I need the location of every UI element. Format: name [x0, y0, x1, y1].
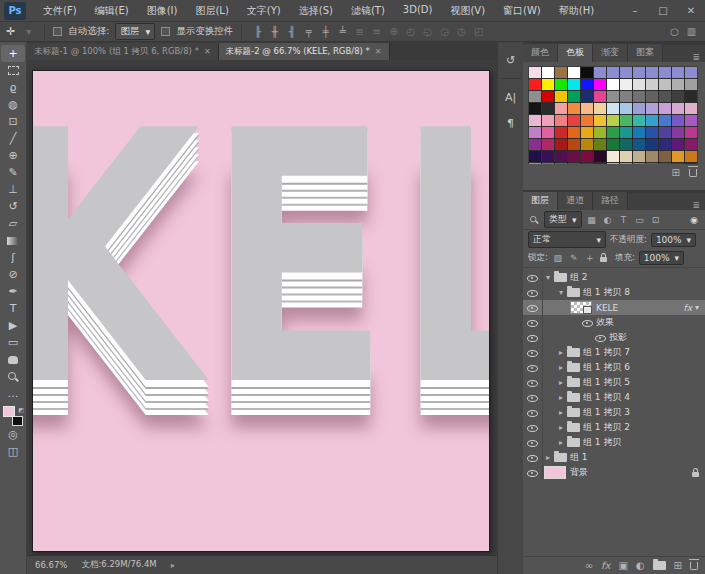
3d-roll-icon[interactable]: ◵ — [420, 26, 435, 37]
color-swatch[interactable] — [659, 115, 671, 126]
color-swatch[interactable] — [555, 115, 567, 126]
color-swatch[interactable] — [646, 115, 658, 126]
menu-item[interactable]: 滤镜(T) — [342, 4, 394, 18]
layer-row[interactable]: 投影 — [523, 330, 705, 345]
color-swatch[interactable] — [568, 151, 580, 162]
visibility-cell[interactable] — [523, 360, 543, 375]
color-swatch[interactable] — [659, 151, 671, 162]
zoom-tool[interactable] — [1, 368, 25, 385]
layer-thumbnail[interactable] — [570, 301, 592, 314]
layers-panel-menu-icon[interactable]: ≣ — [692, 200, 705, 210]
filter-smart-object-icon[interactable]: ⊡ — [650, 215, 662, 225]
color-swatch[interactable] — [685, 67, 697, 78]
auto-align-icon[interactable]: ⊕ — [386, 26, 401, 37]
eye-icon[interactable] — [582, 318, 593, 328]
layer-row[interactable]: ▸组 1 — [523, 450, 705, 465]
3d-pan-icon[interactable]: ◶ — [437, 26, 452, 37]
color-swatch[interactable] — [685, 127, 697, 138]
color-swatch[interactable] — [685, 115, 697, 126]
color-swatch[interactable] — [672, 103, 684, 114]
eyedropper-tool[interactable]: ╱ — [1, 130, 25, 147]
new-swatch-icon[interactable]: ⊞ — [672, 168, 680, 178]
3d-rotate-icon[interactable]: ◴ — [403, 26, 418, 37]
layer-row[interactable]: 效果 — [523, 315, 705, 330]
distribute-h-icon[interactable]: ≡ — [369, 26, 384, 37]
swatches-panel-menu-icon[interactable]: ≣ — [692, 52, 705, 62]
caret-icon[interactable]: ▸ — [556, 408, 566, 417]
color-swatch[interactable] — [620, 115, 632, 126]
color-swatch[interactable] — [542, 103, 554, 114]
lock-position-icon[interactable]: + — [584, 253, 596, 263]
color-swatch[interactable] — [581, 139, 593, 150]
color-swatch[interactable] — [620, 103, 632, 114]
color-swatch[interactable] — [646, 139, 658, 150]
crop-tool[interactable]: ⊡ — [1, 113, 25, 130]
color-swatch[interactable] — [672, 67, 684, 78]
path-selection-tool[interactable]: ▶ — [1, 317, 25, 334]
color-swatch[interactable] — [646, 67, 658, 78]
color-picker-widget[interactable]: ◩ — [2, 406, 24, 426]
dodge-tool[interactable]: ⊘ — [1, 266, 25, 283]
filter-shape-icon[interactable]: ▭ — [634, 215, 646, 225]
layer-thumbnail[interactable] — [544, 466, 566, 479]
color-swatch[interactable] — [620, 151, 632, 162]
rectangular-marquee-tool[interactable] — [1, 62, 25, 79]
caret-icon[interactable]: ▾ — [556, 288, 566, 297]
visibility-cell[interactable] — [523, 315, 543, 330]
color-swatch[interactable] — [529, 79, 541, 90]
color-swatch[interactable] — [555, 103, 567, 114]
layer-row[interactable]: KELEfx▾ — [523, 300, 705, 315]
rectangle-tool[interactable]: ▭ — [1, 334, 25, 351]
canvas[interactable]: KEL — [32, 70, 490, 552]
menu-item[interactable]: 文件(F) — [34, 4, 86, 18]
color-swatch[interactable] — [672, 115, 684, 126]
caret-icon[interactable]: ▸ — [556, 348, 566, 357]
color-swatch[interactable] — [633, 139, 645, 150]
show-transform-checkbox[interactable] — [161, 27, 170, 36]
foreground-color-swatch[interactable] — [3, 406, 15, 417]
color-swatch[interactable] — [529, 67, 541, 78]
color-swatch[interactable] — [685, 79, 697, 90]
delete-layer-icon[interactable] — [690, 562, 698, 570]
clone-stamp-tool[interactable]: ⊥ — [1, 181, 25, 198]
color-swatch[interactable] — [542, 79, 554, 90]
adjustment-layer-icon[interactable]: ◐ — [636, 561, 645, 571]
menu-item[interactable]: 3D(D) — [394, 4, 442, 18]
color-swatch[interactable] — [646, 103, 658, 114]
zoom-level-field[interactable]: 66.67% — [35, 560, 67, 570]
minimize-button[interactable]: – — [621, 5, 649, 16]
color-swatch[interactable] — [685, 91, 697, 102]
brush-tool[interactable]: ✎ — [1, 164, 25, 181]
color-swatch[interactable] — [607, 139, 619, 150]
filter-toggle-icon[interactable]: ◉ — [688, 215, 700, 225]
color-swatch[interactable] — [542, 127, 554, 138]
color-swatch[interactable] — [529, 91, 541, 102]
visibility-cell[interactable] — [523, 390, 543, 405]
color-swatch[interactable] — [672, 91, 684, 102]
eraser-tool[interactable]: ▱ — [1, 215, 25, 232]
color-swatch[interactable] — [568, 67, 580, 78]
menu-item[interactable]: 帮助(H) — [550, 4, 603, 18]
visibility-cell[interactable] — [523, 375, 543, 390]
color-swatch[interactable] — [659, 103, 671, 114]
link-layers-icon[interactable]: ∞ — [585, 561, 593, 571]
visibility-cell[interactable] — [523, 405, 543, 420]
menu-item[interactable]: 窗口(W) — [494, 4, 550, 18]
color-swatch[interactable] — [568, 91, 580, 102]
opacity-field[interactable]: 100%▾ — [651, 233, 696, 247]
color-swatch[interactable] — [685, 151, 697, 162]
blend-mode-dropdown[interactable]: 正常▾ — [528, 231, 606, 248]
layer-row[interactable]: ▸组 1 拷贝 3 — [523, 405, 705, 420]
smudge-tool[interactable]: ʃ — [1, 249, 25, 266]
paragraph-panel-icon[interactable]: ¶ — [502, 115, 520, 131]
visibility-cell[interactable] — [523, 270, 543, 285]
align-top-icon[interactable]: ╤ — [301, 26, 316, 37]
color-swatch[interactable] — [581, 151, 593, 162]
layer-mask-icon[interactable]: ▣ — [618, 561, 627, 571]
caret-icon[interactable]: ▸ — [556, 393, 566, 402]
close-tab-icon[interactable]: ✕ — [375, 47, 382, 56]
color-swatch[interactable] — [633, 91, 645, 102]
edit-toolbar[interactable]: … — [1, 385, 25, 402]
history-brush-tool[interactable]: ↺ — [1, 198, 25, 215]
menu-item[interactable]: 编辑(E) — [86, 4, 138, 18]
